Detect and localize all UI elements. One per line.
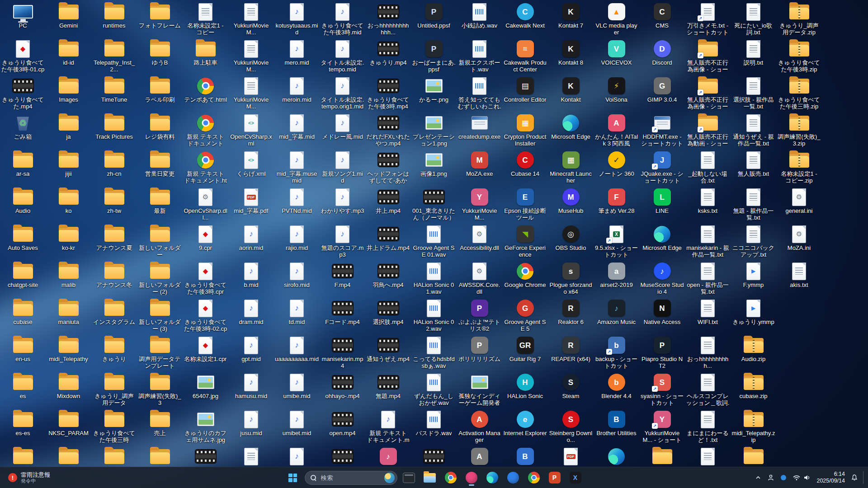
desktop-icon[interactable]: _起動しない場合.txt: [685, 149, 731, 186]
desktop-icon[interactable]: ♪MuseScore Studio 4: [639, 260, 685, 297]
desktop-icon[interactable]: ラベル印刷: [137, 75, 183, 112]
start-button[interactable]: [284, 469, 302, 487]
desktop-icon[interactable]: ♪タイトル未設定.tempo.orig1.mid: [320, 75, 365, 112]
desktop-icon[interactable]: SSteinberg Downlo...: [548, 408, 594, 446]
desktop-icon[interactable]: ♪jusu.mid: [228, 408, 274, 446]
desktop-icon[interactable]: akis.txt: [776, 260, 822, 297]
desktop-icon[interactable]: runtimes: [91, 1, 137, 38]
desktop-icon[interactable]: 新しいフォルダー: [137, 223, 183, 260]
desktop-icon[interactable]: Microsoft Edge: [639, 223, 685, 260]
desktop-icon[interactable]: jijii: [46, 149, 91, 186]
desktop-icon[interactable]: Auto Saves: [0, 223, 46, 260]
desktop-icon[interactable]: J↗JQuake.exe - ショートカット: [639, 149, 685, 186]
desktop-icon[interactable]: zh-tw: [91, 186, 137, 223]
desktop-icon[interactable]: CCMS: [639, 1, 685, 38]
desktop-icon[interactable]: ニコニコバックアップ.txt: [731, 223, 776, 260]
desktop-icon[interactable]: CCubase 14: [502, 149, 548, 186]
desktop-icon[interactable]: GRGuitar Rig 7: [502, 334, 548, 371]
desktop-icon[interactable]: RREAPER (x64): [548, 334, 594, 371]
desktop-icon[interactable]: ▶きゅうり.ymmp: [731, 297, 776, 334]
desktop-icon[interactable]: ↗無人販売不正行為画像 - ショートカッ...: [685, 38, 731, 75]
desktop-icon[interactable]: ↗HDDFMT.exe - ショートカット: [639, 112, 685, 149]
desktop-icon[interactable]: ♻ごみ箱: [0, 112, 46, 149]
desktop-icon[interactable]: ♪kotusytuaaus.mid: [274, 1, 320, 38]
tray-chevron-button[interactable]: [752, 469, 764, 486]
desktop-icon[interactable]: MMuseHub: [548, 186, 594, 223]
desktop-icon[interactable]: ⚡VoiSona: [594, 75, 639, 112]
desktop-icon[interactable]: ♪mid_字幕.mid: [274, 112, 320, 149]
desktop-icon[interactable]: 死にたい_io歌詞.txt: [731, 1, 776, 38]
taskbar-app-blue-circle-app[interactable]: [504, 469, 522, 487]
desktop-icon[interactable]: プレゼンテーション1.png: [411, 112, 457, 149]
desktop-icon[interactable]: maniuta: [46, 297, 91, 334]
taskbar-app-edge[interactable]: [483, 469, 501, 487]
desktop-icon[interactable]: ar-sa: [0, 149, 46, 186]
desktop-icon[interactable]: 答え知っててもむずしいわこれ.wav: [457, 75, 502, 112]
desktop-icon[interactable]: open.mp4: [320, 408, 365, 446]
desktop-icon[interactable]: eInternet Explorer: [502, 408, 548, 446]
taskbar-app-dark-window-app[interactable]: [400, 469, 418, 487]
tray-status-orb-button[interactable]: [778, 469, 789, 486]
desktop-icon[interactable]: ◎OBS Studio: [548, 223, 594, 260]
desktop-icon[interactable]: TimeTune: [91, 75, 137, 112]
desktop-icon[interactable]: 最新: [137, 186, 183, 223]
desktop-icon[interactable]: 新規 テキスト ドキュメント (2).html: [183, 112, 228, 149]
desktop-icon[interactable]: AActivation Manager: [457, 408, 502, 446]
desktop-icon[interactable]: 井上ドラム.mp4: [365, 223, 411, 260]
desktop-icon[interactable]: ⚙MoZA.ini: [776, 223, 822, 260]
desktop-icon[interactable]: Fコード.mp4: [320, 297, 365, 334]
notification-bell-button[interactable]: [849, 469, 860, 486]
desktop-icon[interactable]: PDFmid_字幕.pdf: [228, 186, 274, 223]
desktop-icon[interactable]: ヘルスコンプレッション＿歌詞.txt: [685, 371, 731, 408]
weather-widget[interactable]: ! 雷雨注意報 発令中: [5, 469, 54, 486]
desktop-icon[interactable]: Images: [46, 75, 91, 112]
desktop-icon[interactable]: きゅうり食べてた午後3時.mp4: [365, 75, 411, 112]
taskbar-app-powerpoint[interactable]: P: [546, 469, 564, 487]
desktop-icon[interactable]: ♪b.mid: [228, 260, 274, 297]
desktop-icon[interactable]: Google Chrome: [502, 260, 548, 297]
desktop-icon[interactable]: <>OpenCvSharp.xml: [228, 112, 274, 149]
desktop-icon[interactable]: LLINE: [639, 186, 685, 223]
desktop-icon[interactable]: ♪hamusu.mid: [228, 371, 274, 408]
desktop-icon[interactable]: MMoZA.exe: [457, 149, 502, 186]
desktop-icon[interactable]: YukkuriMovieM...: [228, 75, 274, 112]
desktop-icon[interactable]: ◆きゅうり食べてた午後3時-02.cpr: [183, 297, 228, 334]
desktop-icon[interactable]: KKontakt 7: [548, 1, 594, 38]
desktop-icon[interactable]: YukkuriMovieM...: [228, 38, 274, 75]
desktop-icon[interactable]: midi_Telepathy.zip: [731, 408, 776, 446]
desktop-icon[interactable]: 新規 テキスト ドキュメント.html: [183, 149, 228, 186]
desktop-icon[interactable]: レジ袋有料: [137, 112, 183, 149]
desktop-icon[interactable]: 通知うぜえ.mp4: [365, 334, 411, 371]
desktop-icon[interactable]: ▦Crypton Product Installer: [502, 112, 548, 149]
taskbar-app-chrome[interactable]: [442, 469, 460, 487]
desktop-icon[interactable]: HHALion Sonic: [502, 371, 548, 408]
desktop-icon[interactable]: 営業日変更: [137, 149, 183, 186]
show-desktop-button[interactable]: [863, 471, 866, 484]
desktop-icon[interactable]: きゅうり: [91, 334, 137, 371]
desktop-icon[interactable]: 65407.jpg: [183, 371, 228, 408]
desktop-icon[interactable]: ♪uaaaaaaaaa.mid: [274, 334, 320, 371]
desktop-icon[interactable]: きゅうりのカフェ用サムネ.jpg: [183, 408, 228, 446]
desktop-icon[interactable]: ♪PVTNd.mid: [274, 186, 320, 223]
desktop-icon[interactable]: 通知うぜえ - 親作品一覧.txt: [731, 112, 776, 149]
desktop-icon[interactable]: きゅうり_調声用データ: [91, 371, 137, 408]
desktop-icon[interactable]: WIFI.txt: [685, 297, 731, 334]
desktop-icon[interactable]: Microsoft Edge: [548, 112, 594, 149]
desktop-icon[interactable]: 調声練習(失敗)_3.zip: [776, 112, 822, 149]
desktop-icon[interactable]: Audio.zip: [731, 334, 776, 371]
desktop-icon[interactable]: ♪新規ソング1.mid: [320, 149, 365, 186]
desktop-icon[interactable]: open - 親作品一覧.txt: [685, 260, 731, 297]
desktop-icon[interactable]: PUntitled.ppsf: [411, 1, 457, 38]
desktop-icon[interactable]: DDiscord: [639, 38, 685, 75]
desktop-icon[interactable]: F.mp4: [320, 260, 365, 297]
desktop-icon[interactable]: ko: [46, 186, 91, 223]
desktop-icon[interactable]: ✓ノートン 360: [594, 149, 639, 186]
desktop-icon[interactable]: ja: [46, 112, 91, 149]
desktop-icon[interactable]: ♪タイトル未設定.tempo.mid: [320, 38, 365, 75]
desktop-icon[interactable]: Pポリリリリズム: [457, 334, 502, 371]
desktop-icon[interactable]: ♪Amazon Music: [594, 297, 639, 334]
desktop-icon[interactable]: es-es: [0, 408, 46, 446]
desktop-icon[interactable]: ▲VLC media player: [594, 1, 639, 38]
desktop-icon[interactable]: インスタグラム: [91, 297, 137, 334]
desktop-icon[interactable]: Pぷよぷよ™テトリス®2: [457, 297, 502, 334]
